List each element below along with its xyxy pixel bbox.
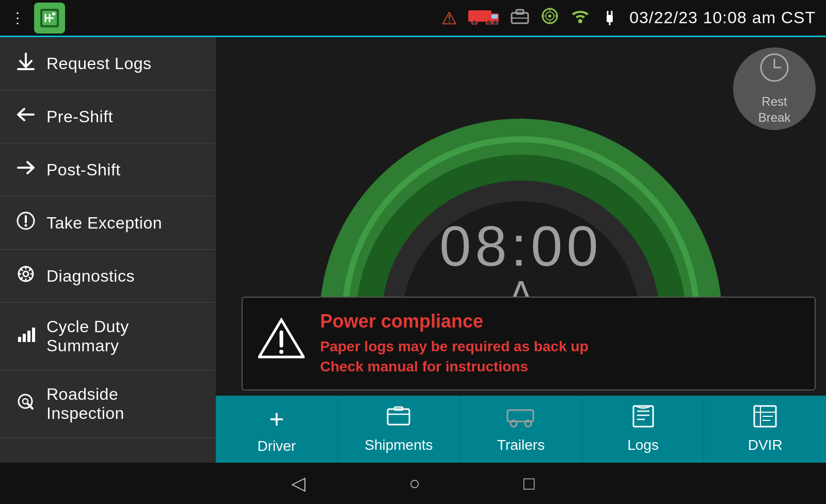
side-menu: Request Logs Pre-Shift Post-Shift T [0, 37, 216, 463]
post-shift-icon [15, 158, 36, 182]
driver-label: Driver [257, 438, 296, 454]
alert-text: Power compliance Paper logs may be requi… [320, 311, 589, 377]
truck-icon [468, 6, 499, 29]
svg-rect-46 [27, 331, 30, 342]
toolbar-btn-logs[interactable]: Logs [582, 396, 705, 463]
plug-icon [601, 7, 618, 29]
logs-icon [630, 405, 656, 433]
take-exception-icon [15, 211, 36, 235]
cycle-duty-summary-label: Cycle Duty Summary [46, 317, 200, 355]
datetime-display: 03/22/23 10:08 am CST [629, 8, 816, 27]
status-bar-left: ⋮ [10, 3, 65, 34]
alert-triangle-icon [258, 318, 305, 369]
svg-point-5 [52, 12, 55, 15]
svg-rect-11 [491, 14, 498, 19]
alert-body: Paper logs may be required as back up Ch… [320, 336, 589, 377]
hamburger-icon[interactable]: ⋮ [10, 9, 25, 26]
svg-point-8 [472, 20, 477, 25]
nav-recent-button[interactable]: □ [523, 473, 535, 494]
svg-line-43 [20, 277, 23, 280]
svg-point-35 [23, 271, 28, 277]
warning-icon: ⚠ [441, 8, 457, 28]
shipments-label: Shipments [364, 437, 433, 453]
request-logs-label: Request Logs [46, 54, 151, 73]
request-logs-icon [15, 52, 36, 75]
svg-point-10 [493, 20, 498, 25]
shipments-icon [386, 405, 411, 433]
diagnostics-icon [15, 264, 36, 288]
toolbar-btn-shipments[interactable]: Shipments [338, 396, 460, 463]
menu-item-take-exception[interactable]: Take Exception [0, 197, 216, 250]
svg-point-33 [25, 224, 27, 227]
menu-item-request-logs[interactable]: Request Logs [0, 37, 216, 90]
take-exception-label: Take Exception [46, 214, 162, 233]
pre-shift-icon [15, 105, 36, 128]
briefcase-icon [511, 8, 529, 28]
menu-item-diagnostics[interactable]: Diagnostics [0, 250, 216, 303]
menu-item-post-shift[interactable]: Post-Shift [0, 143, 216, 197]
dvir-icon [752, 405, 778, 433]
svg-line-40 [20, 268, 23, 271]
cycle-duty-summary-icon [15, 324, 36, 348]
svg-point-49 [23, 399, 28, 404]
toolbar-btn-dvir[interactable]: DVIR [704, 396, 826, 463]
svg-line-42 [29, 268, 31, 271]
svg-rect-60 [507, 410, 533, 421]
svg-point-17 [548, 14, 551, 18]
status-bar-right: ⚠ [441, 6, 816, 29]
svg-rect-47 [32, 328, 35, 342]
alert-title: Power compliance [320, 311, 589, 332]
gauge-time: 08:00 [439, 213, 602, 279]
svg-rect-23 [607, 15, 613, 22]
alert-box: Power compliance Paper logs may be requi… [242, 297, 816, 391]
gps-icon [541, 7, 559, 29]
svg-rect-64 [633, 406, 653, 427]
svg-rect-57 [388, 409, 409, 425]
app-icon[interactable] [34, 3, 65, 34]
svg-point-56 [279, 350, 283, 354]
wifi-icon [570, 7, 590, 29]
logs-label: Logs [627, 437, 659, 453]
svg-point-9 [486, 20, 491, 25]
status-bar: ⋮ ⚠ [0, 0, 826, 37]
diagnostics-label: Diagnostics [46, 267, 135, 286]
trailers-icon [505, 405, 536, 433]
dvir-label: DVIR [748, 437, 783, 453]
nav-back-button[interactable]: ◁ [291, 473, 306, 494]
menu-item-pre-shift[interactable]: Pre-Shift [0, 90, 216, 143]
roadside-inspection-icon [15, 392, 36, 416]
svg-point-22 [578, 19, 582, 23]
toolbar-buttons: + Driver Shipments [216, 396, 826, 463]
driver-plus-icon: + [269, 404, 284, 434]
post-shift-label: Post-Shift [46, 160, 121, 180]
android-nav-bar: ◁ ○ □ [0, 463, 826, 504]
toolbar-btn-trailers[interactable]: Trailers [460, 396, 582, 463]
menu-item-roadside-inspection[interactable]: Roadside Inspection [0, 370, 216, 438]
trailers-label: Trailers [497, 437, 545, 453]
svg-rect-13 [516, 10, 523, 14]
pre-shift-label: Pre-Shift [46, 107, 113, 126]
roadside-inspection-label: Roadside Inspection [46, 385, 200, 423]
menu-item-cycle-duty-summary[interactable]: Cycle Duty Summary [0, 303, 216, 370]
svg-line-41 [29, 277, 31, 280]
toolbar-btn-driver[interactable]: + Driver [216, 396, 338, 463]
svg-rect-44 [18, 337, 21, 342]
svg-rect-45 [23, 334, 26, 342]
nav-home-button[interactable]: ○ [409, 473, 420, 494]
